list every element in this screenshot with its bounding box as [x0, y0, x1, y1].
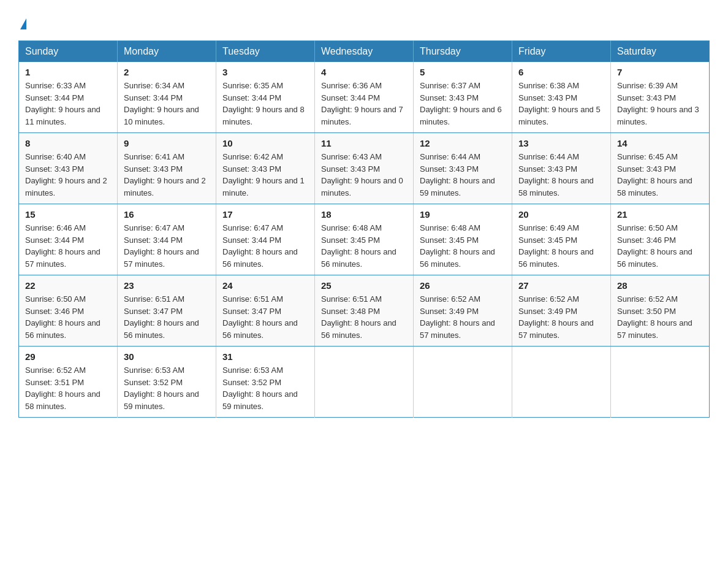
day-number: 19: [420, 209, 506, 220]
calendar-cell: [512, 347, 611, 418]
calendar-cell: 17Sunrise: 6:47 AMSunset: 3:44 PMDayligh…: [216, 204, 315, 275]
calendar-cell: 31Sunrise: 6:53 AMSunset: 3:52 PMDayligh…: [216, 347, 315, 418]
day-info: Sunrise: 6:52 AMSunset: 3:50 PMDaylight:…: [617, 294, 692, 340]
day-info: Sunrise: 6:46 AMSunset: 3:44 PMDaylight:…: [25, 223, 100, 269]
day-number: 16: [124, 209, 210, 220]
calendar-cell: 25Sunrise: 6:51 AMSunset: 3:48 PMDayligh…: [315, 275, 414, 347]
calendar-cell: 20Sunrise: 6:49 AMSunset: 3:45 PMDayligh…: [512, 204, 611, 275]
day-info: Sunrise: 6:33 AMSunset: 3:44 PMDaylight:…: [25, 81, 100, 126]
day-number: 14: [617, 138, 703, 148]
calendar-cell: 5Sunrise: 6:37 AMSunset: 3:43 PMDaylight…: [414, 62, 512, 133]
day-number: 1: [25, 67, 111, 77]
day-info: Sunrise: 6:53 AMSunset: 3:52 PMDaylight:…: [222, 366, 298, 411]
week-row-1: 1Sunrise: 6:33 AMSunset: 3:44 PMDaylight…: [19, 62, 710, 133]
day-info: Sunrise: 6:49 AMSunset: 3:45 PMDaylight:…: [518, 223, 594, 269]
calendar-cell: 19Sunrise: 6:48 AMSunset: 3:45 PMDayligh…: [414, 204, 512, 275]
calendar-cell: 28Sunrise: 6:52 AMSunset: 3:50 PMDayligh…: [611, 275, 710, 347]
day-number: 25: [321, 280, 407, 291]
day-info: Sunrise: 6:48 AMSunset: 3:45 PMDaylight:…: [420, 223, 495, 269]
day-number: 28: [617, 280, 703, 291]
day-number: 6: [518, 67, 604, 77]
day-info: Sunrise: 6:43 AMSunset: 3:43 PMDaylight:…: [321, 152, 403, 197]
day-number: 20: [518, 209, 604, 220]
week-row-2: 8Sunrise: 6:40 AMSunset: 3:43 PMDaylight…: [19, 133, 710, 204]
day-number: 22: [25, 280, 111, 291]
week-row-5: 29Sunrise: 6:52 AMSunset: 3:51 PMDayligh…: [19, 347, 710, 418]
day-info: Sunrise: 6:51 AMSunset: 3:47 PMDaylight:…: [222, 294, 298, 340]
day-number: 31: [222, 351, 308, 362]
calendar-cell: [315, 347, 414, 418]
day-number: 9: [124, 138, 210, 148]
calendar-cell: 27Sunrise: 6:52 AMSunset: 3:49 PMDayligh…: [512, 275, 611, 347]
day-number: 17: [222, 209, 308, 220]
day-info: Sunrise: 6:39 AMSunset: 3:43 PMDaylight:…: [617, 81, 699, 126]
day-info: Sunrise: 6:47 AMSunset: 3:44 PMDaylight:…: [124, 223, 199, 269]
weekday-header-row: SundayMondayTuesdayWednesdayThursdayFrid…: [19, 41, 710, 63]
calendar-cell: 13Sunrise: 6:44 AMSunset: 3:43 PMDayligh…: [512, 133, 611, 204]
calendar-cell: 6Sunrise: 6:38 AMSunset: 3:43 PMDaylight…: [512, 62, 611, 133]
calendar-cell: 26Sunrise: 6:52 AMSunset: 3:49 PMDayligh…: [414, 275, 512, 347]
calendar-cell: 23Sunrise: 6:51 AMSunset: 3:47 PMDayligh…: [118, 275, 216, 347]
day-number: 10: [222, 138, 308, 148]
day-info: Sunrise: 6:50 AMSunset: 3:46 PMDaylight:…: [617, 223, 692, 269]
day-info: Sunrise: 6:48 AMSunset: 3:45 PMDaylight:…: [321, 223, 396, 269]
weekday-tuesday: Tuesday: [216, 41, 315, 63]
week-row-4: 22Sunrise: 6:50 AMSunset: 3:46 PMDayligh…: [19, 275, 710, 347]
day-number: 5: [420, 67, 506, 77]
day-number: 11: [321, 138, 407, 148]
day-number: 18: [321, 209, 407, 220]
day-number: 8: [25, 138, 111, 148]
day-info: Sunrise: 6:36 AMSunset: 3:44 PMDaylight:…: [321, 81, 403, 126]
calendar-cell: 10Sunrise: 6:42 AMSunset: 3:43 PMDayligh…: [216, 133, 315, 204]
calendar-table: SundayMondayTuesdayWednesdayThursdayFrid…: [18, 40, 710, 418]
calendar-cell: 9Sunrise: 6:41 AMSunset: 3:43 PMDaylight…: [118, 133, 216, 204]
day-info: Sunrise: 6:51 AMSunset: 3:47 PMDaylight:…: [124, 294, 199, 340]
weekday-wednesday: Wednesday: [315, 41, 414, 63]
logo: [18, 12, 26, 29]
calendar-cell: 11Sunrise: 6:43 AMSunset: 3:43 PMDayligh…: [315, 133, 414, 204]
day-number: 13: [518, 138, 604, 148]
page-header: [18, 12, 710, 29]
weekday-thursday: Thursday: [414, 41, 512, 63]
weekday-monday: Monday: [118, 41, 216, 63]
day-number: 24: [222, 280, 308, 291]
day-info: Sunrise: 6:53 AMSunset: 3:52 PMDaylight:…: [124, 366, 199, 411]
calendar-cell: 1Sunrise: 6:33 AMSunset: 3:44 PMDaylight…: [19, 62, 118, 133]
calendar-cell: 3Sunrise: 6:35 AMSunset: 3:44 PMDaylight…: [216, 62, 315, 133]
day-info: Sunrise: 6:37 AMSunset: 3:43 PMDaylight:…: [420, 81, 502, 126]
day-number: 4: [321, 67, 407, 77]
calendar-cell: 18Sunrise: 6:48 AMSunset: 3:45 PMDayligh…: [315, 204, 414, 275]
day-info: Sunrise: 6:52 AMSunset: 3:49 PMDaylight:…: [420, 294, 495, 340]
calendar-cell: 22Sunrise: 6:50 AMSunset: 3:46 PMDayligh…: [19, 275, 118, 347]
calendar-cell: [414, 347, 512, 418]
day-number: 3: [222, 67, 308, 77]
day-info: Sunrise: 6:42 AMSunset: 3:43 PMDaylight:…: [222, 152, 305, 197]
calendar-cell: 21Sunrise: 6:50 AMSunset: 3:46 PMDayligh…: [611, 204, 710, 275]
calendar-cell: 14Sunrise: 6:45 AMSunset: 3:43 PMDayligh…: [611, 133, 710, 204]
calendar-cell: 12Sunrise: 6:44 AMSunset: 3:43 PMDayligh…: [414, 133, 512, 204]
calendar-cell: 8Sunrise: 6:40 AMSunset: 3:43 PMDaylight…: [19, 133, 118, 204]
day-info: Sunrise: 6:34 AMSunset: 3:44 PMDaylight:…: [124, 81, 199, 126]
day-number: 12: [420, 138, 506, 148]
day-number: 7: [617, 67, 703, 77]
weekday-sunday: Sunday: [19, 41, 118, 63]
day-info: Sunrise: 6:50 AMSunset: 3:46 PMDaylight:…: [25, 294, 100, 340]
day-number: 27: [518, 280, 604, 291]
day-number: 29: [25, 351, 111, 362]
day-info: Sunrise: 6:52 AMSunset: 3:51 PMDaylight:…: [25, 366, 100, 411]
day-info: Sunrise: 6:45 AMSunset: 3:43 PMDaylight:…: [617, 152, 692, 197]
weekday-saturday: Saturday: [611, 41, 710, 63]
day-info: Sunrise: 6:47 AMSunset: 3:44 PMDaylight:…: [222, 223, 298, 269]
day-info: Sunrise: 6:52 AMSunset: 3:49 PMDaylight:…: [518, 294, 594, 340]
calendar-cell: 16Sunrise: 6:47 AMSunset: 3:44 PMDayligh…: [118, 204, 216, 275]
week-row-3: 15Sunrise: 6:46 AMSunset: 3:44 PMDayligh…: [19, 204, 710, 275]
calendar-cell: 15Sunrise: 6:46 AMSunset: 3:44 PMDayligh…: [19, 204, 118, 275]
day-number: 23: [124, 280, 210, 291]
day-info: Sunrise: 6:44 AMSunset: 3:43 PMDaylight:…: [420, 152, 495, 197]
day-number: 30: [124, 351, 210, 362]
day-number: 2: [124, 67, 210, 77]
calendar-cell: 4Sunrise: 6:36 AMSunset: 3:44 PMDaylight…: [315, 62, 414, 133]
day-number: 15: [25, 209, 111, 220]
calendar-cell: [611, 347, 710, 418]
day-info: Sunrise: 6:35 AMSunset: 3:44 PMDaylight:…: [222, 81, 305, 126]
